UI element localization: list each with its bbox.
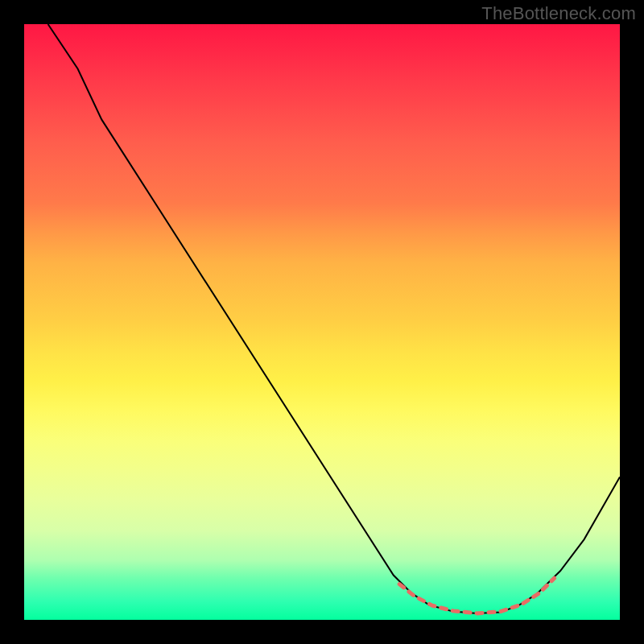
- watermark-text: TheBottleneck.com: [481, 3, 636, 24]
- curve-layer: [24, 24, 620, 620]
- dotted-overlay: [399, 578, 554, 613]
- bottleneck-curve: [48, 24, 620, 613]
- plot-area: [24, 24, 620, 620]
- chart-frame: TheBottleneck.com: [0, 0, 644, 644]
